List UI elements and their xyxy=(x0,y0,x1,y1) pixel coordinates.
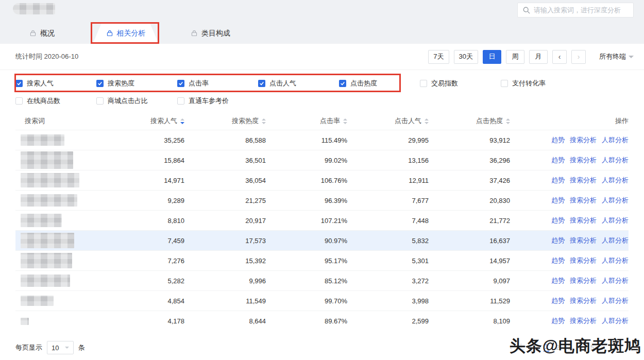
search-analysis-link[interactable]: 搜索分析 xyxy=(570,236,597,245)
checkbox-unchecked-icon[interactable] xyxy=(96,97,104,105)
row-actions: 趋势搜索分析人群分析 xyxy=(510,196,629,205)
crowd-analysis-link[interactable]: 人群分析 xyxy=(602,216,629,225)
trend-link[interactable]: 趋势 xyxy=(551,296,565,305)
search-input[interactable]: 请输入搜索词，进行深度分析 xyxy=(517,3,634,18)
page-number-1[interactable]: 1 xyxy=(544,342,549,352)
search-analysis-link[interactable]: 搜索分析 xyxy=(570,256,597,265)
column-header-click-popularity[interactable]: 点击人气 xyxy=(347,116,429,126)
terminal-dropdown[interactable]: 所有终端 xyxy=(599,52,634,61)
filter-search-popularity[interactable]: 搜索人气 xyxy=(15,79,96,88)
metric-value: 7,677 xyxy=(347,197,429,204)
prev-date-button[interactable]: ‹ xyxy=(552,50,567,64)
checkbox-unchecked-icon[interactable] xyxy=(501,80,508,87)
prev-page-button[interactable]: 上一页 xyxy=(518,342,538,352)
filter-ctr[interactable]: 点击率 xyxy=(177,79,258,88)
table-body: 35,25686,588115.49%29,99593,912趋势搜索分析人群分… xyxy=(15,130,629,331)
search-term-blurred xyxy=(15,151,103,169)
tab-category-composition[interactable]: 类目构成 xyxy=(191,23,230,44)
search-analysis-link[interactable]: 搜索分析 xyxy=(570,135,597,145)
trend-link[interactable]: 趋势 xyxy=(551,196,565,205)
checkbox-unchecked-icon[interactable] xyxy=(420,80,427,87)
trend-link[interactable]: 趋势 xyxy=(551,176,565,185)
sort-icon[interactable] xyxy=(262,118,266,124)
column-header-search-heat[interactable]: 搜索热度 xyxy=(184,116,266,126)
period-button-week[interactable]: 周 xyxy=(506,50,524,64)
checkbox-unchecked-icon[interactable] xyxy=(177,97,184,105)
row-actions: 趋势搜索分析人群分析 xyxy=(510,296,629,305)
filter-pay-conversion[interactable]: 支付转化率 xyxy=(501,79,582,88)
period-button-day[interactable]: 日 xyxy=(483,50,501,64)
filter-search-heat[interactable]: 搜索热度 xyxy=(96,79,177,88)
trend-link[interactable]: 趋势 xyxy=(551,135,565,145)
checkbox-checked-icon[interactable] xyxy=(258,80,265,87)
trend-link[interactable]: 趋势 xyxy=(551,316,565,325)
filter-click-heat[interactable]: 点击热度 xyxy=(339,79,420,88)
search-analysis-link[interactable]: 搜索分析 xyxy=(570,276,597,285)
checkbox-checked-icon[interactable] xyxy=(96,80,104,87)
trend-link[interactable]: 趋势 xyxy=(551,216,565,225)
checkbox-checked-icon[interactable] xyxy=(339,80,346,87)
filter-online-products[interactable]: 在线商品数 xyxy=(15,96,96,106)
crowd-analysis-link[interactable]: 人群分析 xyxy=(602,276,629,285)
tab-overview[interactable]: 概况 xyxy=(29,23,55,44)
search-analysis-link[interactable]: 搜索分析 xyxy=(570,196,597,205)
trend-link[interactable]: 趋势 xyxy=(551,156,565,165)
page-size-select[interactable]: 10 xyxy=(47,341,74,354)
page-number-4[interactable]: 4 xyxy=(578,344,584,351)
page-number-5[interactable]: 5 xyxy=(589,344,595,351)
tab-related-analysis[interactable]: 相关分析 xyxy=(93,23,159,44)
search-analysis-link[interactable]: 搜索分析 xyxy=(570,216,597,225)
search-analysis-link[interactable]: 搜索分析 xyxy=(570,156,597,165)
sort-icon-active-desc[interactable] xyxy=(180,118,184,124)
blurred-term-block xyxy=(21,134,64,146)
filter-trade-index[interactable]: 交易指数 xyxy=(420,79,501,88)
checkbox-checked-icon[interactable] xyxy=(177,80,184,87)
period-button-7d[interactable]: 7天 xyxy=(428,50,449,64)
trend-link[interactable]: 趋势 xyxy=(551,236,565,245)
toolbar: 统计时间 2020-06-10 7天 30天 日 周 月 ‹ › 所有终端 xyxy=(0,44,644,70)
crowd-analysis-link[interactable]: 人群分析 xyxy=(602,196,629,205)
bag-icon xyxy=(29,30,37,37)
table-row: 35,25686,588115.49%29,99593,912趋势搜索分析人群分… xyxy=(15,130,629,150)
column-header-search-popularity[interactable]: 搜索人气 xyxy=(103,116,184,126)
page-number-2[interactable]: 2 xyxy=(555,344,561,351)
crowd-analysis-link[interactable]: 人群分析 xyxy=(602,135,629,145)
sort-icon[interactable] xyxy=(343,118,347,124)
crowd-analysis-link[interactable]: 人群分析 xyxy=(602,316,629,325)
next-date-button[interactable]: › xyxy=(571,50,586,64)
column-header-click-heat[interactable]: 点击热度 xyxy=(429,116,510,126)
crowd-analysis-link[interactable]: 人群分析 xyxy=(602,256,629,265)
filter-mall-click-share[interactable]: 商城点击占比 xyxy=(96,96,177,106)
metric-value: 20,917 xyxy=(184,217,266,225)
search-analysis-link[interactable]: 搜索分析 xyxy=(570,316,597,325)
table-row: 8,81020,917107.21%7,44821,772趋势搜索分析人群分析 xyxy=(15,210,629,230)
sort-icon[interactable] xyxy=(425,118,429,124)
search-term-blurred xyxy=(15,173,103,187)
trend-link[interactable]: 趋势 xyxy=(551,256,565,265)
crowd-analysis-link[interactable]: 人群分析 xyxy=(602,236,629,245)
filter-label: 商城点击占比 xyxy=(108,96,148,106)
crowd-analysis-link[interactable]: 人群分析 xyxy=(602,296,629,305)
search-analysis-link[interactable]: 搜索分析 xyxy=(570,176,597,185)
checkbox-checked-icon[interactable] xyxy=(15,80,23,87)
metric-value: 9,289 xyxy=(103,197,184,204)
checkbox-unchecked-icon[interactable] xyxy=(15,97,23,105)
search-analysis-link[interactable]: 搜索分析 xyxy=(570,296,597,305)
search-term-blurred xyxy=(15,253,103,268)
prev-page-arrow[interactable]: ‹ xyxy=(510,344,512,351)
table-row: 14,97136,054106.76%12,91137,426趋势搜索分析人群分… xyxy=(15,170,629,190)
metric-value: 8,644 xyxy=(184,317,266,325)
trend-link[interactable]: 趋势 xyxy=(551,276,565,285)
page-number-3[interactable]: 3 xyxy=(566,344,572,351)
crowd-analysis-link[interactable]: 人群分析 xyxy=(602,156,629,165)
sort-icon[interactable] xyxy=(506,118,510,124)
filter-ztc-reference-price[interactable]: 直通车参考价 xyxy=(177,96,258,106)
filter-click-popularity[interactable]: 点击人气 xyxy=(258,79,339,88)
metric-value: 5,301 xyxy=(347,257,429,265)
crowd-analysis-link[interactable]: 人群分析 xyxy=(602,176,629,185)
metric-value: 9,097 xyxy=(429,277,510,285)
filter-label: 点击率 xyxy=(189,79,209,88)
period-button-30d[interactable]: 30天 xyxy=(454,50,478,64)
column-header-ctr[interactable]: 点击率 xyxy=(266,116,347,126)
period-button-month[interactable]: 月 xyxy=(529,50,548,64)
